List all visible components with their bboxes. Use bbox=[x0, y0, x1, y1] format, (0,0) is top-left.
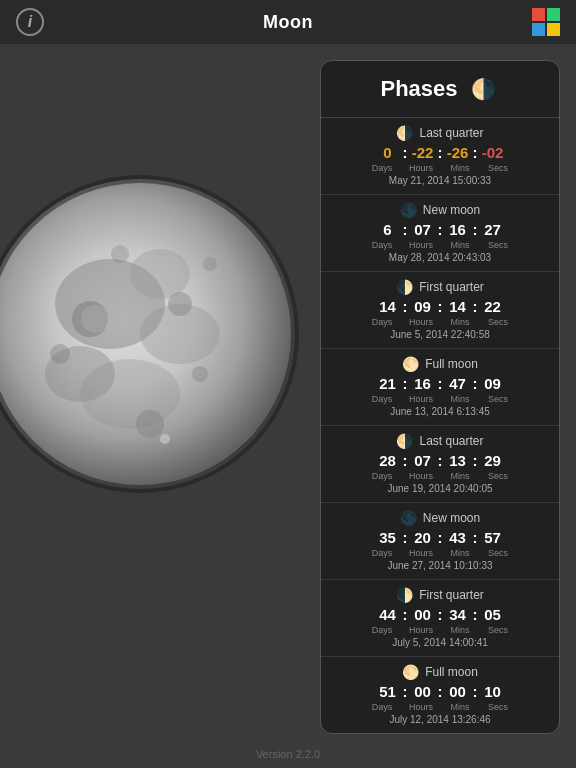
phase-date: May 21, 2014 15:00:33 bbox=[333, 175, 547, 186]
time-mins: 14 bbox=[447, 298, 469, 315]
time-days: 44 bbox=[377, 606, 399, 623]
time-label-secs: Secs bbox=[487, 240, 509, 250]
phase-date: July 12, 2014 13:26:46 bbox=[333, 714, 547, 725]
version-text: Version 2.2.0 bbox=[256, 748, 320, 760]
svg-point-8 bbox=[81, 305, 109, 333]
phases-header-moon-icon: 🌗 bbox=[468, 73, 500, 105]
time-label-secs: Secs bbox=[487, 702, 509, 712]
phase-name: New moon bbox=[423, 511, 480, 525]
svg-point-12 bbox=[136, 410, 164, 438]
time-labels-row: DaysHoursMinsSecs bbox=[333, 702, 547, 712]
phase-name-row: 🌗 Last quarter bbox=[333, 126, 547, 140]
phase-name: Last quarter bbox=[419, 126, 483, 140]
time-hours: 07 bbox=[412, 221, 434, 238]
time-labels-row: DaysHoursMinsSecs bbox=[333, 548, 547, 558]
time-label-secs: Secs bbox=[487, 625, 509, 635]
phase-date: July 5, 2014 14:00:41 bbox=[333, 637, 547, 648]
time-label-mins: Mins bbox=[449, 394, 471, 404]
time-days: 21 bbox=[377, 375, 399, 392]
svg-point-3 bbox=[130, 249, 190, 299]
time-labels-row: DaysHoursMinsSecs bbox=[333, 317, 547, 327]
time-display: 14 : 09 : 14 : 22 bbox=[333, 298, 547, 315]
phase-row-5: 🌑 New moon 35 : 20 : 43 : 57 DaysHoursMi… bbox=[321, 503, 559, 580]
time-display: 44 : 00 : 34 : 05 bbox=[333, 606, 547, 623]
phase-date: June 19, 2014 20:40:05 bbox=[333, 483, 547, 494]
svg-point-13 bbox=[111, 245, 129, 263]
time-label-hours: Hours bbox=[409, 163, 433, 173]
phases-header: Phases 🌗 bbox=[321, 61, 559, 118]
time-days: 51 bbox=[377, 683, 399, 700]
time-hours: 09 bbox=[412, 298, 434, 315]
phase-name-row: 🌑 New moon bbox=[333, 203, 547, 217]
time-label-hours: Hours bbox=[409, 548, 433, 558]
phase-date: May 28, 2014 20:43:03 bbox=[333, 252, 547, 263]
phase-row-2: 🌓 First quarter 14 : 09 : 14 : 22 DaysHo… bbox=[321, 272, 559, 349]
svg-point-11 bbox=[192, 366, 208, 382]
phase-icon: 🌑 bbox=[400, 203, 417, 217]
time-mins: 34 bbox=[447, 606, 469, 623]
time-display: 35 : 20 : 43 : 57 bbox=[333, 529, 547, 546]
svg-point-15 bbox=[160, 434, 170, 444]
phase-name: First quarter bbox=[419, 588, 484, 602]
time-mins: 00 bbox=[447, 683, 469, 700]
time-display: 28 : 07 : 13 : 29 bbox=[333, 452, 547, 469]
time-label-secs: Secs bbox=[487, 548, 509, 558]
time-label-hours: Hours bbox=[409, 240, 433, 250]
svg-point-9 bbox=[168, 292, 192, 316]
phase-name: First quarter bbox=[419, 280, 484, 294]
phases-title: Phases bbox=[380, 76, 457, 102]
color-grid-button[interactable] bbox=[532, 8, 560, 36]
time-label-mins: Mins bbox=[449, 625, 471, 635]
time-secs: 27 bbox=[482, 221, 504, 238]
phase-date: June 13, 2014 6:13:45 bbox=[333, 406, 547, 417]
time-label-secs: Secs bbox=[487, 394, 509, 404]
color-cell-green bbox=[547, 8, 560, 21]
time-days: 14 bbox=[377, 298, 399, 315]
time-secs: 09 bbox=[482, 375, 504, 392]
phase-icon: 🌗 bbox=[396, 126, 413, 140]
time-label-hours: Hours bbox=[409, 702, 433, 712]
time-hours: 16 bbox=[412, 375, 434, 392]
time-hours: 20 bbox=[412, 529, 434, 546]
time-display: 51 : 00 : 00 : 10 bbox=[333, 683, 547, 700]
time-days: 28 bbox=[377, 452, 399, 469]
version-bar: Version 2.2.0 bbox=[0, 740, 576, 768]
time-label-secs: Secs bbox=[487, 317, 509, 327]
time-label-days: Days bbox=[371, 163, 393, 173]
phase-date: June 5, 2014 22:40:58 bbox=[333, 329, 547, 340]
time-label-days: Days bbox=[371, 317, 393, 327]
time-label-hours: Hours bbox=[409, 625, 433, 635]
phase-name-row: 🌕 Full moon bbox=[333, 665, 547, 679]
phase-row-0: 🌗 Last quarter 0 : -22 : -26 : -02 DaysH… bbox=[321, 118, 559, 195]
phase-icon: 🌓 bbox=[396, 588, 413, 602]
time-hours: -22 bbox=[412, 144, 434, 161]
time-label-hours: Hours bbox=[409, 394, 433, 404]
svg-point-6 bbox=[80, 359, 180, 429]
phase-name: New moon bbox=[423, 203, 480, 217]
time-label-mins: Mins bbox=[449, 240, 471, 250]
phase-name: Last quarter bbox=[419, 434, 483, 448]
time-secs: -02 bbox=[482, 144, 504, 161]
phase-row-3: 🌕 Full moon 21 : 16 : 47 : 09 DaysHoursM… bbox=[321, 349, 559, 426]
time-labels-row: DaysHoursMinsSecs bbox=[333, 163, 547, 173]
color-cell-blue bbox=[532, 23, 545, 36]
time-label-days: Days bbox=[371, 394, 393, 404]
phase-name-row: 🌕 Full moon bbox=[333, 357, 547, 371]
phase-icon: 🌑 bbox=[400, 511, 417, 525]
time-display: 0 : -22 : -26 : -02 bbox=[333, 144, 547, 161]
phase-row-4: 🌗 Last quarter 28 : 07 : 13 : 29 DaysHou… bbox=[321, 426, 559, 503]
phase-icon: 🌕 bbox=[402, 357, 419, 371]
info-button[interactable]: i bbox=[16, 8, 44, 36]
time-label-mins: Mins bbox=[449, 548, 471, 558]
moon-image bbox=[0, 174, 300, 494]
time-hours: 07 bbox=[412, 452, 434, 469]
time-secs: 22 bbox=[482, 298, 504, 315]
phase-row-6: 🌓 First quarter 44 : 00 : 34 : 05 DaysHo… bbox=[321, 580, 559, 657]
time-label-hours: Hours bbox=[409, 317, 433, 327]
phase-name-row: 🌓 First quarter bbox=[333, 588, 547, 602]
phase-date: June 27, 2014 10:10:33 bbox=[333, 560, 547, 571]
svg-point-10 bbox=[50, 344, 70, 364]
color-cell-red bbox=[532, 8, 545, 21]
time-secs: 05 bbox=[482, 606, 504, 623]
time-display: 6 : 07 : 16 : 27 bbox=[333, 221, 547, 238]
